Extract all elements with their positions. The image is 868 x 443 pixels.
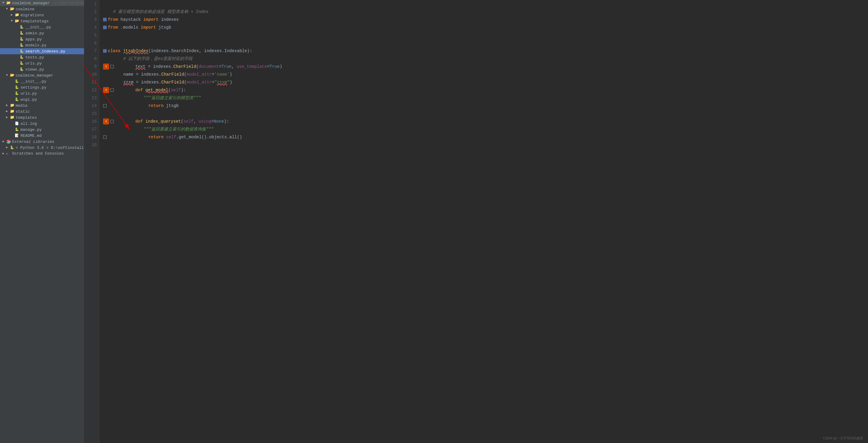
sidebar-item-tests-py[interactable]: tests.py — [0, 54, 84, 60]
sidebar-item-wsgi-py[interactable]: wsgi.py — [0, 96, 84, 102]
code-text: " — [227, 78, 229, 86]
sidebar-item-init-py[interactable]: __init__.py — [0, 24, 84, 30]
sidebar-item-python36[interactable]: < Python 3.6 > D:\softinstall\Python\Pyt… — [0, 145, 84, 151]
sidebar-item-search-indexes-py[interactable]: search_indexes.py — [0, 48, 84, 54]
code-text: , — [193, 118, 198, 125]
code-text: = indexes. — [146, 63, 173, 70]
sidebar-item-label: coalmine — [16, 7, 34, 11]
sidebar-item-root[interactable]: coalmine_manager G:\项目\煤矿事故查询系统\ — [0, 0, 84, 6]
sidebar-item-label: urls.py — [21, 91, 37, 96]
code-text — [121, 47, 123, 55]
sidebar-item-label: < Python 3.6 > D:\softinstall\Python\Pyt… — [16, 146, 84, 150]
code-text: = — [211, 118, 214, 125]
py-icon — [19, 49, 24, 54]
arrow-icon — [10, 19, 14, 23]
code-text: ( — [168, 86, 170, 94]
sidebar-item-label: templatetags — [21, 19, 49, 24]
py-icon — [19, 25, 24, 30]
line-num-4: 4 — [87, 24, 97, 31]
code-text — [115, 63, 135, 70]
line-numbers: 1 2 3 4 5 6 7 8 9 10 11 12 13 14 15 16 1… — [84, 0, 99, 443]
folder-icon — [10, 109, 14, 114]
sidebar-item-admin-py[interactable]: admin.py — [0, 30, 84, 36]
log-icon — [14, 121, 19, 126]
code-text: model_attr — [186, 78, 212, 86]
sidebar-item-scratches[interactable]: ✏️ Scratches and Consoles — [0, 151, 84, 156]
sidebar-item-label: __init__.py — [21, 79, 46, 84]
code-text: text — [135, 63, 146, 70]
code-text: zzxm — [217, 78, 227, 86]
line-num-11: 11 — [87, 78, 97, 86]
py-icon — [14, 85, 19, 90]
sidebar-item-label: admin.py — [25, 31, 44, 35]
sidebar-item-media[interactable]: media — [0, 102, 84, 109]
sidebar-item-readme-md[interactable]: README.md — [0, 132, 84, 139]
sidebar-item-label: models.py — [25, 43, 46, 48]
code-text — [115, 86, 135, 94]
arrow-icon — [1, 140, 5, 144]
code-line-14: return jtsgb — [103, 102, 864, 110]
py-icon — [14, 127, 19, 132]
scratches-icon: ✏️ — [6, 151, 11, 156]
arrow-icon — [10, 13, 14, 17]
sidebar-item-urls-py-1[interactable]: urls.py — [0, 60, 84, 66]
sidebar-item-urls-py-2[interactable]: urls.py — [0, 90, 84, 96]
fold-icon — [103, 26, 107, 29]
sidebar-item-manage-py[interactable]: manage.py — [0, 126, 84, 132]
code-editor: 1 2 3 4 5 6 7 8 9 10 11 12 13 14 15 16 1… — [84, 0, 868, 443]
code-text — [103, 141, 105, 149]
sidebar-item-models-py[interactable]: models.py — [0, 42, 84, 48]
sidebar-item-coalmine-manager-sub[interactable]: coalmine_manager — [0, 72, 84, 78]
sidebar-item-views-py[interactable]: views.py — [0, 66, 84, 72]
code-text: .get_model().objects.all() — [176, 133, 242, 141]
sidebar-item-templates[interactable]: templates — [0, 115, 84, 121]
sidebar-item-all-log[interactable]: all.log — [0, 121, 84, 126]
code-text: import — [141, 24, 156, 31]
fold-icon-sm — [103, 104, 107, 108]
file-tree: coalmine_manager G:\项目\煤矿事故查询系统\ coalmin… — [0, 0, 84, 443]
spacer — [14, 67, 19, 71]
spacer — [14, 37, 19, 41]
code-line-5 — [103, 31, 864, 39]
sidebar-item-external-libraries[interactable]: 📚 External Libraries — [0, 139, 84, 145]
sidebar-item-migrations[interactable]: migrations — [0, 12, 84, 18]
code-text: = — [212, 78, 214, 86]
code-text: def — [135, 86, 143, 94]
folder-icon — [10, 115, 14, 120]
sidebar-item-apps-py[interactable]: apps.py — [0, 36, 84, 42]
code-content[interactable]: # 索引模型类的名称必须是 模型类名称 + Index from haystac… — [99, 0, 868, 443]
arrow-icon — [5, 73, 9, 78]
code-line-16: ⬆ def index_queryset ( self , using = No… — [103, 118, 864, 125]
sidebar-item-init-py-2[interactable]: __init__.py — [0, 78, 84, 84]
line-num-6: 6 — [87, 39, 97, 47]
sidebar-item-label: apps.py — [25, 37, 42, 41]
sidebar-item-label: External Libraries — [12, 140, 54, 144]
breakpoint-icon: ⬆ — [103, 87, 109, 93]
code-text — [103, 0, 105, 8]
fold-icon-sm — [110, 88, 114, 92]
code-text — [103, 78, 123, 86]
code-text: jtsgb — [164, 102, 179, 110]
line-num-7: 7 — [87, 47, 97, 55]
ext-lib-icon: 📚 — [6, 139, 11, 144]
code-line-7: class jtsgbIndex ( indexes.SearchIndex, … — [103, 47, 864, 55]
arrow-icon — [5, 104, 9, 108]
sidebar-item-label: migrations — [21, 13, 44, 18]
sidebar-item-coalmine[interactable]: coalmine — [0, 6, 84, 12]
code-text: zzxm — [123, 78, 133, 86]
code-text: class — [108, 47, 121, 55]
code-text: CharField — [161, 78, 184, 86]
sidebar-item-static[interactable]: static — [0, 109, 84, 115]
line-num-3: 3 — [87, 16, 97, 24]
spacer — [10, 91, 14, 95]
sidebar-item-label: media — [16, 104, 27, 108]
sidebar-item-label: urls.py — [25, 61, 42, 66]
code-text: haystack — [118, 16, 144, 24]
code-line-6 — [103, 39, 864, 47]
sidebar-item-templatetags[interactable]: templatetags — [0, 18, 84, 24]
line-num-8: 8 — [87, 55, 97, 63]
sidebar-item-settings-py[interactable]: settings.py — [0, 84, 84, 90]
breakpoint-icon: ⬆ — [103, 118, 109, 124]
code-text: True — [221, 63, 232, 70]
code-text: import — [144, 16, 158, 24]
